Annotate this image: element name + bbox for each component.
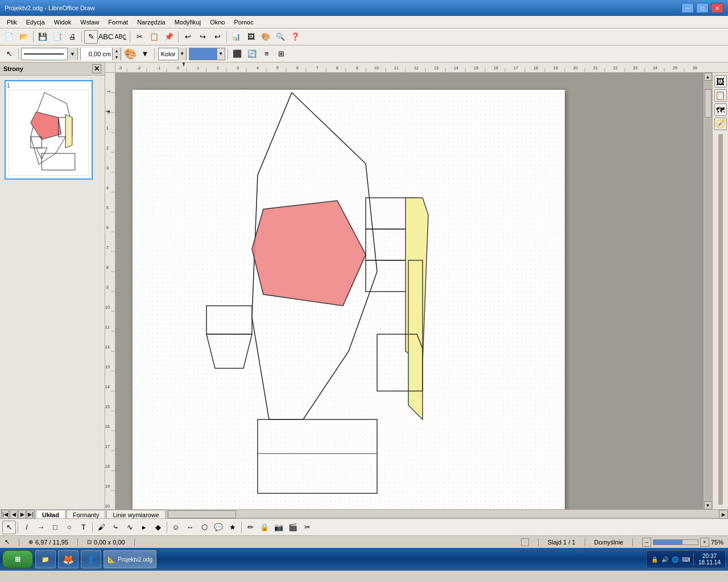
zoom-in-button[interactable]: + bbox=[700, 538, 709, 547]
arrange-button[interactable]: ⊞ bbox=[275, 47, 288, 61]
gallery-button[interactable]: 🖼 bbox=[244, 30, 258, 44]
fill-arrow-button[interactable]: ▼ bbox=[138, 47, 152, 61]
star-tool[interactable]: ★ bbox=[226, 521, 239, 534]
undo-button[interactable]: ↩ bbox=[181, 30, 195, 44]
draw-tb-sep bbox=[18, 522, 18, 533]
menu-modyfikuj[interactable]: Modyfikuj bbox=[170, 18, 205, 27]
rect-tool[interactable]: □ bbox=[48, 521, 62, 534]
cut-button[interactable]: ✂ bbox=[133, 30, 146, 44]
shadow-button[interactable]: ⬛ bbox=[230, 47, 244, 61]
scroll-down-button[interactable]: ▼ bbox=[704, 501, 712, 509]
copy-button[interactable]: 📋 bbox=[147, 30, 161, 44]
navigator-button[interactable]: 🗺 bbox=[714, 103, 727, 116]
pointer-tool[interactable]: ↖ bbox=[2, 521, 16, 534]
effects-tool[interactable]: 🔒 bbox=[258, 521, 271, 534]
color-button[interactable]: 🎨 bbox=[259, 30, 272, 44]
text-tool[interactable]: T bbox=[77, 521, 90, 534]
zoom-out-button[interactable]: ─ bbox=[642, 538, 651, 547]
styles-panel-button[interactable]: 📋 bbox=[714, 89, 727, 102]
page-thumbnail-1[interactable]: 1 bbox=[5, 80, 93, 180]
canvas-container[interactable]: ▲ ▼ bbox=[115, 73, 712, 509]
close-button[interactable]: ✕ bbox=[711, 3, 723, 13]
menu-plik[interactable]: Plik bbox=[2, 18, 22, 27]
export-tool[interactable]: ✂ bbox=[300, 521, 314, 534]
spin-up[interactable]: ▲ bbox=[113, 48, 121, 54]
line-style-selector[interactable]: ▼ bbox=[21, 48, 78, 60]
tab-next-button[interactable]: ▶ bbox=[18, 510, 26, 519]
scroll-thumb[interactable] bbox=[705, 89, 712, 118]
save-button[interactable]: 💾 bbox=[36, 30, 49, 44]
taskbar-btn-app3[interactable]: 👤 bbox=[81, 550, 101, 568]
tab-first-button[interactable]: |◀ bbox=[1, 510, 9, 519]
start-button[interactable]: ⊞ bbox=[2, 550, 33, 568]
help-button[interactable]: ❓ bbox=[288, 30, 302, 44]
menu-widok[interactable]: Widok bbox=[49, 18, 76, 27]
new-button[interactable]: 📄 bbox=[2, 30, 16, 44]
print-button[interactable]: 🖨 bbox=[65, 30, 79, 44]
arrow2-tool[interactable]: ↔ bbox=[183, 521, 197, 534]
align-button[interactable]: ≡ bbox=[260, 47, 274, 61]
spellcheck-button[interactable]: ABC bbox=[99, 30, 113, 44]
taskbar-btn-explorer[interactable]: 📁 bbox=[35, 550, 56, 568]
polygon-tool[interactable]: ◆ bbox=[151, 521, 165, 534]
smiley-tool[interactable]: ☺ bbox=[169, 521, 183, 534]
tab-last-button[interactable]: ▶| bbox=[27, 510, 35, 519]
sidebar-close-button[interactable]: ✕ bbox=[92, 64, 101, 73]
menu-okno[interactable]: Okno bbox=[205, 18, 229, 27]
line-tool[interactable]: / bbox=[20, 521, 34, 534]
hscroll-thumb[interactable] bbox=[168, 510, 236, 518]
maximize-button[interactable]: □ bbox=[696, 3, 709, 13]
ellipse-tool[interactable]: ○ bbox=[63, 521, 76, 534]
arrow-tool[interactable]: → bbox=[34, 521, 48, 534]
fill-color-box[interactable] bbox=[189, 48, 217, 60]
measurement-input[interactable] bbox=[81, 48, 112, 60]
compass-button[interactable]: 🧭 bbox=[714, 118, 727, 130]
connector-tool[interactable]: ⤷ bbox=[109, 521, 122, 534]
hscroll-right-button[interactable]: ▶ bbox=[719, 510, 728, 519]
spellcheck2-button[interactable]: ABC̲ bbox=[114, 30, 127, 44]
redo-button[interactable]: ↪ bbox=[196, 30, 209, 44]
fill-color-dropdown[interactable]: ▼ bbox=[217, 48, 225, 60]
scroll-up-button[interactable]: ▲ bbox=[704, 73, 712, 81]
taskbar-btn-firefox[interactable]: 🦊 bbox=[58, 550, 78, 568]
zoom-slider[interactable] bbox=[653, 539, 698, 545]
tab-uklad[interactable]: Układ bbox=[36, 510, 65, 518]
pdf-button[interactable]: 📑 bbox=[51, 30, 64, 44]
paste-button[interactable]: 📌 bbox=[162, 30, 176, 44]
menu-wstaw[interactable]: Wstaw bbox=[76, 18, 104, 27]
svg-text:7: 7 bbox=[316, 66, 318, 70]
callout-tool[interactable]: 💬 bbox=[212, 521, 225, 534]
curve-tool[interactable]: ∿ bbox=[123, 521, 136, 534]
line-style-dropdown[interactable]: ▼ bbox=[67, 48, 77, 60]
color-style-dropdown[interactable]: ▼ bbox=[178, 48, 186, 60]
taskbar: ⊞ 📁 🦊 👤 📐 Projektv2.odg 🔒 🔊 🌐 ⌨ 20:37 18… bbox=[0, 548, 728, 571]
pencil-tool[interactable]: ✏ bbox=[243, 521, 257, 534]
selection-button[interactable]: ✎ bbox=[84, 30, 98, 44]
menu-format[interactable]: Format bbox=[104, 18, 133, 27]
zoom-button[interactable]: 🔍 bbox=[274, 30, 287, 44]
drawing-page[interactable] bbox=[133, 90, 565, 509]
menu-pomoc[interactable]: Pomoc bbox=[229, 18, 258, 27]
open-button[interactable]: 📂 bbox=[17, 30, 31, 44]
tab-formanty[interactable]: Formanty bbox=[67, 510, 105, 518]
spin-down[interactable]: ▼ bbox=[113, 54, 121, 60]
menu-narzedzia[interactable]: Narzędzia bbox=[133, 18, 170, 27]
menu-edycja[interactable]: Edycja bbox=[22, 18, 49, 27]
color-style-selector: Kolor ▼ bbox=[158, 48, 187, 60]
flowchart-tool[interactable]: ⬡ bbox=[197, 521, 211, 534]
fill-color-button[interactable]: 🎨 bbox=[123, 47, 137, 61]
freeform-tool[interactable]: 🖌 bbox=[94, 521, 108, 534]
main-drawing-svg[interactable] bbox=[133, 90, 565, 509]
movie-tool[interactable]: 🎬 bbox=[286, 521, 300, 534]
gallery-panel-button[interactable]: 🖼 bbox=[714, 75, 727, 88]
line2-tool[interactable]: ▸ bbox=[137, 521, 151, 534]
undo2-button[interactable]: ↩ bbox=[210, 30, 224, 44]
rotate-button[interactable]: 🔄 bbox=[245, 47, 259, 61]
select-tool[interactable]: ↖ bbox=[2, 47, 16, 61]
taskbar-btn-libreoffice[interactable]: 📐 Projektv2.odg bbox=[104, 550, 156, 568]
tab-prev-button[interactable]: ◀ bbox=[10, 510, 18, 519]
tab-linie-wymiarowe[interactable]: Linie wymiarowe bbox=[106, 510, 165, 518]
minimize-button[interactable]: ─ bbox=[681, 3, 694, 13]
image-tool[interactable]: 📷 bbox=[272, 521, 286, 534]
chart-button[interactable]: 📊 bbox=[229, 30, 243, 44]
